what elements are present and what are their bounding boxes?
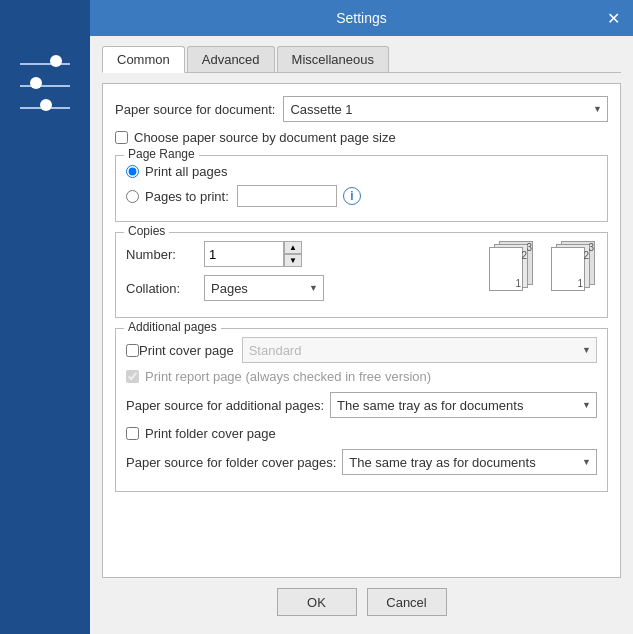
collation-row: Collation: Pages Copies <box>126 275 324 301</box>
collation-label: Collation: <box>126 281 196 296</box>
print-report-label: Print report page (always checked in fre… <box>145 369 431 384</box>
spinner-buttons: ▲ ▼ <box>284 241 302 267</box>
collation-icon-2: 3 2 1 <box>551 241 597 291</box>
paper-source-select[interactable]: Cassette 1 Cassette 2 Manual Feed <box>283 96 608 122</box>
choose-paper-label: Choose paper source by document page siz… <box>134 130 396 145</box>
icon1-num-3: 3 <box>526 242 532 253</box>
print-all-row: Print all pages <box>126 164 597 179</box>
copies-group: Copies Number: ▲ ▼ <box>115 232 608 318</box>
paper-source-label: Paper source for document: <box>115 102 275 117</box>
cancel-button[interactable]: Cancel <box>367 588 447 616</box>
paper-source-additional-select[interactable]: The same tray as for documents Cassette … <box>330 392 597 418</box>
close-button[interactable]: ✕ <box>601 6 625 30</box>
paper-source-additional-select-wrapper: The same tray as for documents Cassette … <box>330 392 597 418</box>
icon2-num-3: 3 <box>588 242 594 253</box>
tabs-bar: Common Advanced Miscellaneous <box>102 46 621 73</box>
ok-button[interactable]: OK <box>277 588 357 616</box>
settings-panel: Paper source for document: Cassette 1 Ca… <box>102 83 621 578</box>
paper-source-folder-select[interactable]: The same tray as for documents Cassette … <box>342 449 597 475</box>
tab-miscellaneous[interactable]: Miscellaneous <box>277 46 389 72</box>
icon1-num-1: 1 <box>515 278 521 289</box>
number-input-wrapper: ▲ ▼ <box>204 241 302 267</box>
additional-pages-group: Additional pages Print cover page Standa… <box>115 328 608 492</box>
pages-to-print-radio[interactable] <box>126 190 139 203</box>
bottom-buttons: OK Cancel <box>102 578 621 624</box>
collation-select[interactable]: Pages Copies <box>204 275 324 301</box>
collation-icons: 3 2 1 3 2 1 <box>489 241 597 291</box>
print-all-radio[interactable] <box>126 165 139 178</box>
dialog-title: Settings <box>336 10 387 26</box>
choose-paper-checkbox[interactable] <box>115 131 128 144</box>
print-report-row: Print report page (always checked in fre… <box>126 369 597 384</box>
title-bar: Settings ✕ <box>90 0 633 36</box>
page-range-group: Page Range Print all pages Pages to prin… <box>115 155 608 222</box>
print-cover-checkbox[interactable] <box>126 344 139 357</box>
tab-common[interactable]: Common <box>102 46 185 73</box>
pages-to-print-row: Pages to print: i <box>126 185 597 207</box>
print-folder-cover-checkbox[interactable] <box>126 427 139 440</box>
additional-pages-title: Additional pages <box>124 320 221 334</box>
collation-select-wrapper: Pages Copies <box>204 275 324 301</box>
right-panel: Settings ✕ Common Advanced Miscellaneous… <box>90 0 633 634</box>
paper-source-additional-row: Paper source for additional pages: The s… <box>126 392 597 418</box>
print-all-label: Print all pages <box>145 164 227 179</box>
paper-source-select-wrapper: Cassette 1 Cassette 2 Manual Feed <box>283 96 608 122</box>
cover-page-row: Print cover page Standard Custom <box>126 337 597 363</box>
print-folder-cover-label: Print folder cover page <box>145 426 276 441</box>
tab-advanced[interactable]: Advanced <box>187 46 275 72</box>
copies-title: Copies <box>124 224 169 238</box>
paper-source-row: Paper source for document: Cassette 1 Ca… <box>115 96 608 122</box>
paper-source-folder-label: Paper source for folder cover pages: <box>126 455 336 470</box>
print-folder-cover-row: Print folder cover page <box>126 426 597 441</box>
number-label: Number: <box>126 247 196 262</box>
sliders-icon-3 <box>20 104 70 112</box>
paper-source-folder-row: Paper source for folder cover pages: The… <box>126 449 597 475</box>
sliders-icon-2 <box>20 82 70 90</box>
number-row: Number: ▲ ▼ <box>126 241 324 267</box>
icon1-num-2: 2 <box>521 250 527 261</box>
cover-page-select-wrapper: Standard Custom <box>242 337 597 363</box>
paper-source-additional-label: Paper source for additional pages: <box>126 398 324 413</box>
number-input[interactable] <box>204 241 284 267</box>
collation-icon-1: 3 2 1 <box>489 241 535 291</box>
icon2-num-1: 1 <box>577 278 583 289</box>
page-range-title: Page Range <box>124 147 199 161</box>
print-cover-label: Print cover page <box>139 343 234 358</box>
spinner-up-button[interactable]: ▲ <box>284 241 302 254</box>
sliders-icon-1 <box>20 60 70 68</box>
icon2-num-2: 2 <box>583 250 589 261</box>
paper-source-folder-select-wrapper: The same tray as for documents Cassette … <box>342 449 597 475</box>
choose-paper-row: Choose paper source by document page siz… <box>115 130 608 145</box>
pages-to-print-input[interactable] <box>237 185 337 207</box>
cover-page-select[interactable]: Standard Custom <box>242 337 597 363</box>
info-icon[interactable]: i <box>343 187 361 205</box>
dialog-content: Common Advanced Miscellaneous Paper sour… <box>90 36 633 634</box>
spinner-down-button[interactable]: ▼ <box>284 254 302 267</box>
pages-to-print-label: Pages to print: <box>145 189 229 204</box>
print-report-checkbox[interactable] <box>126 370 139 383</box>
left-panel <box>0 0 90 634</box>
